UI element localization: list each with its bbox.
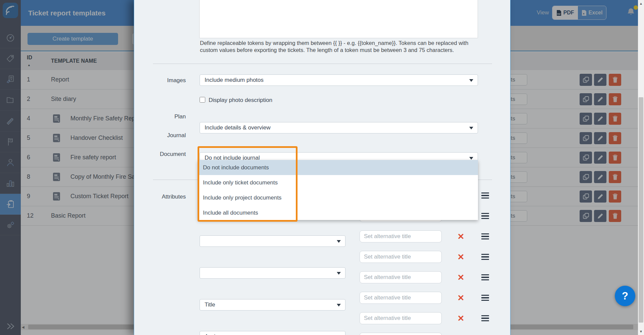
images-select[interactable]: Include medium photos bbox=[200, 74, 478, 86]
chevron-down-icon bbox=[469, 157, 473, 160]
scroll-up-icon[interactable]: ▲ bbox=[639, 2, 643, 5]
chevron-down-icon bbox=[469, 127, 473, 129]
plan-select[interactable]: Include details & overview bbox=[200, 122, 478, 133]
display-photo-description-checkbox[interactable] bbox=[200, 97, 205, 103]
template-editor-modal: Define replaceable tokens by wrapping th… bbox=[134, 0, 511, 335]
attribute-select[interactable] bbox=[200, 235, 345, 247]
token-help-text: Define replaceable tokens by wrapping th… bbox=[200, 40, 479, 54]
tokens-textarea[interactable] bbox=[199, 0, 478, 38]
remove-attribute-button[interactable]: ✕ bbox=[455, 292, 467, 303]
drag-handle-icon[interactable] bbox=[481, 273, 489, 281]
remove-attribute-button[interactable]: ✕ bbox=[455, 251, 467, 263]
document-label: Document bbox=[134, 151, 186, 158]
alternative-title-input[interactable] bbox=[360, 251, 442, 263]
document-dropdown-menu: Do not include documents Include only ti… bbox=[198, 160, 478, 220]
help-button[interactable]: ? bbox=[615, 286, 635, 306]
attribute-select[interactable] bbox=[200, 267, 345, 279]
dropdown-option-selected[interactable]: Do not include documents bbox=[198, 160, 478, 175]
attribute-select-title[interactable]: Title bbox=[200, 299, 345, 311]
attribute-select-assignee[interactable]: Assignee bbox=[200, 331, 345, 335]
drag-handle-icon[interactable] bbox=[481, 191, 489, 200]
chevron-down-icon bbox=[337, 272, 341, 275]
plan-select-value: Include details & overview bbox=[205, 124, 271, 131]
drag-handle-icon[interactable] bbox=[481, 232, 489, 240]
remove-attribute-button[interactable]: ✕ bbox=[455, 313, 467, 324]
app-root: Ticket report templates View PDF PDF x E… bbox=[0, 0, 644, 335]
remove-attribute-button[interactable]: ✕ bbox=[455, 231, 467, 242]
dropdown-option[interactable]: Include only project documents bbox=[198, 190, 478, 205]
dropdown-option[interactable]: Include only ticket documents bbox=[198, 175, 478, 190]
chevron-down-icon bbox=[337, 304, 341, 306]
attributes-label: Attributes bbox=[134, 193, 186, 200]
alternative-title-input[interactable] bbox=[360, 312, 442, 324]
vertical-scrollbar-thumb[interactable] bbox=[639, 97, 643, 323]
drag-handle-icon[interactable] bbox=[481, 212, 489, 220]
dropdown-option[interactable]: Include all documents bbox=[198, 205, 478, 220]
drag-handle-icon[interactable] bbox=[481, 294, 489, 302]
alternative-title-input[interactable] bbox=[360, 230, 442, 242]
display-photo-description-label: Display photo description bbox=[209, 97, 272, 104]
journal-label: Journal bbox=[134, 132, 186, 139]
drag-handle-icon[interactable] bbox=[481, 253, 489, 261]
images-label: Images bbox=[134, 77, 186, 84]
alternative-title-input[interactable] bbox=[360, 292, 442, 304]
vertical-scrollbar[interactable]: ▲ ▼ bbox=[638, 0, 644, 335]
chevron-down-icon bbox=[337, 240, 341, 243]
scroll-down-icon[interactable]: ▼ bbox=[639, 330, 643, 333]
plan-label: Plan bbox=[134, 113, 186, 120]
remove-attribute-button[interactable]: ✕ bbox=[455, 272, 467, 283]
drag-handle-icon[interactable] bbox=[481, 314, 489, 322]
chevron-down-icon bbox=[469, 79, 473, 82]
images-select-value: Include medium photos bbox=[205, 77, 264, 83]
alternative-title-input[interactable] bbox=[360, 333, 442, 335]
alternative-title-input[interactable] bbox=[360, 271, 442, 283]
section-divider bbox=[153, 63, 492, 64]
